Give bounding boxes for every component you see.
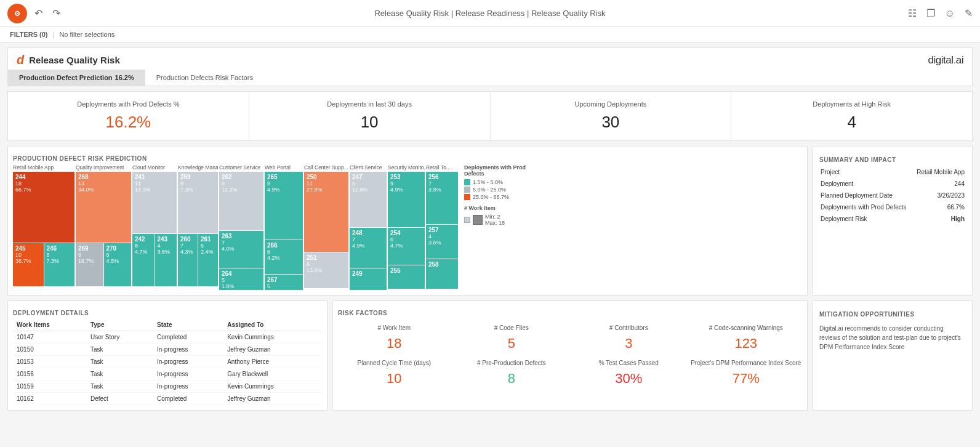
treemap-cell[interactable]: 24343.6% bbox=[155, 234, 177, 286]
treemap-cell[interactable]: 27064.8% bbox=[104, 243, 132, 286]
col-assigned: Assigned To bbox=[223, 319, 322, 331]
treemap-cell[interactable]: 2451038.7% bbox=[13, 243, 44, 286]
treemap-cell[interactable]: 25394.9% bbox=[388, 172, 425, 227]
work-item-legend-title: # Work Item bbox=[464, 205, 544, 211]
kpi-upcoming: Upcoming Deployments 30 bbox=[491, 92, 732, 140]
treemap-cell[interactable]: 2501127.8% bbox=[304, 172, 348, 252]
kpi-value-2: 30 bbox=[497, 113, 725, 132]
summary-label: Deployment Risk bbox=[821, 214, 912, 224]
risk-factors-section: RISK FACTORS # Work Item 18 # Code Files… bbox=[332, 300, 808, 411]
treemap-cell[interactable]: 25673.8% bbox=[426, 172, 458, 224]
rf-label-4: Planned Cycle Time (days) bbox=[338, 359, 451, 367]
treemap-cell[interactable]: 25464.7% bbox=[388, 228, 425, 265]
treemap-cell[interactable]: 25997.3% bbox=[178, 172, 218, 233]
treemap-cell[interactable]: 25743.6% bbox=[426, 225, 458, 259]
treemap-cell[interactable]: 26664.2% bbox=[265, 240, 303, 274]
page-title: Release Quality Risk | Release Readiness… bbox=[374, 9, 605, 18]
summary-risk-value: High bbox=[914, 214, 965, 224]
table-row[interactable]: 10156 Task In-progress Gary Blackwell bbox=[13, 368, 322, 381]
summary-label: Deployment bbox=[821, 179, 912, 189]
dashboard-title: Release Quality Risk bbox=[29, 55, 120, 65]
treemap-cell[interactable]: 2411113.3% bbox=[132, 172, 177, 233]
summary-value: Retail Mobile App bbox=[914, 167, 965, 177]
rf-label-0: # Work Item bbox=[338, 324, 451, 332]
treemap-cell[interactable]: 2441866.7% bbox=[13, 172, 74, 243]
filter-label[interactable]: FILTERS (0) bbox=[10, 31, 48, 38]
treemap-cell[interactable]: 2681334.0% bbox=[76, 172, 131, 243]
header-top: d Release Quality Risk digital.ai bbox=[8, 48, 972, 70]
cell-type: Task bbox=[87, 381, 153, 393]
legend-label-1: 1.5% - 5.0% bbox=[473, 179, 503, 185]
app-logo[interactable]: ⚙ bbox=[7, 4, 27, 23]
legend-title: Deployments with Prod Defects bbox=[464, 164, 544, 177]
digital-ai-logo: digital.ai bbox=[928, 54, 963, 66]
work-item-scale: Min: 2 Max: 18 bbox=[464, 214, 544, 226]
treemap-col-1: Retail Mobile App 2441866.7% 2451038.7% … bbox=[13, 164, 74, 286]
table-row[interactable]: 10159 Task In-progress Kevin Cummings bbox=[13, 381, 322, 393]
cell-state: In-progress bbox=[153, 381, 223, 393]
legend-label-3: 25.0% - 66.7% bbox=[473, 194, 509, 200]
mitigation-text: Digital.ai recommends to consider conduc… bbox=[819, 324, 966, 352]
rf-label-7: Project's DPM Performance Index Score bbox=[690, 359, 803, 367]
treemap-section: PRODUCTION DEFECT RISK PREDICTION Retail… bbox=[7, 146, 808, 296]
treemap-col-header-3: Cloud Monitor bbox=[132, 164, 177, 171]
treemap-cell[interactable]: 249 bbox=[350, 268, 387, 290]
table-row[interactable]: 10147 User Story Completed Kevin Cumming… bbox=[13, 331, 322, 344]
summary-label: Planned Deployment Date bbox=[821, 190, 912, 201]
kpi-row: Deployments with Prod Defects % 16.2% De… bbox=[7, 91, 973, 141]
treemap-col-5: Customer Service 262812.2% 26374.0% 2645… bbox=[219, 164, 263, 290]
table-row[interactable]: 10150 Task In-progress Jeffrey Guzman bbox=[13, 344, 322, 356]
treemap-cell[interactable]: 247812.8% bbox=[350, 172, 387, 227]
treemap-cell[interactable]: 269916.7% bbox=[76, 243, 103, 286]
filter-status: No filter selections bbox=[59, 31, 114, 38]
treemap-cell[interactable]: 251613.2% bbox=[304, 252, 348, 288]
treemap-cell[interactable]: 26584.9% bbox=[265, 172, 303, 240]
cell-type: Task bbox=[87, 344, 153, 356]
rf-value-7: 77% bbox=[690, 371, 803, 387]
tab-production-defect[interactable]: Production Defect Prediction16.2% bbox=[8, 70, 145, 86]
treemap-col-header-4: Knowledge Manag... bbox=[178, 164, 218, 171]
deployment-details-section: DEPLOYMENT DETAILS Work Items Type State… bbox=[7, 300, 327, 411]
rf-label-2: # Contributors bbox=[572, 324, 685, 332]
redo-icon[interactable]: ↷ bbox=[52, 7, 60, 19]
cell-state: In-progress bbox=[153, 356, 223, 368]
treemap-col-header-9: Security Monito... bbox=[388, 164, 425, 171]
legend-item-2: 5.0% - 25.0% bbox=[464, 187, 544, 193]
cell-assigned: Jeffrey Guzman bbox=[223, 393, 322, 405]
treemap-cell[interactable]: 24874.9% bbox=[350, 228, 387, 268]
tab-risk-factors[interactable]: Production Defects Risk Factors bbox=[145, 70, 264, 86]
table-row[interactable]: 10153 Task In-progress Anthony Pierce bbox=[13, 356, 322, 368]
summary-value: 244 bbox=[914, 179, 965, 189]
treemap-visual: Retail Mobile App 2441866.7% 2451038.7% … bbox=[13, 164, 802, 290]
cell-type: Task bbox=[87, 356, 153, 368]
rf-value-1: 5 bbox=[456, 336, 568, 352]
export-icon[interactable]: ❐ bbox=[926, 7, 935, 19]
user-icon[interactable]: ☺ bbox=[945, 8, 955, 19]
treemap-cell[interactable]: 26451.8% bbox=[219, 268, 263, 290]
edit-icon[interactable]: ✎ bbox=[965, 7, 973, 19]
treemap-col-header-2: Quality Improvement bbox=[76, 164, 131, 171]
treemap-col-header-10: Retail To... bbox=[426, 164, 458, 171]
undo-icon[interactable]: ↶ bbox=[34, 7, 42, 19]
legend-item-1: 1.5% - 5.0% bbox=[464, 179, 544, 185]
table-row[interactable]: 10162 Defect Completed Jeffrey Guzman bbox=[13, 393, 322, 405]
treemap-cell[interactable]: 255 bbox=[388, 265, 425, 289]
treemap-cell[interactable]: 258 bbox=[426, 259, 458, 289]
col-state: State bbox=[153, 319, 223, 331]
treemap-cell[interactable]: 24667.3% bbox=[44, 243, 75, 286]
kpi-label-1: Deployments in last 30 days bbox=[255, 100, 484, 108]
treemap-col-8: Client Service 247812.8% 24874.9% 249 bbox=[350, 164, 387, 290]
treemap-cell[interactable]: 26152.4% bbox=[198, 234, 218, 286]
rf-value-2: 3 bbox=[572, 336, 685, 352]
treemap-cell[interactable]: 26374.0% bbox=[219, 231, 263, 268]
summary-value: 66.7% bbox=[914, 202, 965, 212]
treemap-cell[interactable]: 26751.8% bbox=[265, 275, 303, 290]
treemap-cell[interactable]: 262812.2% bbox=[219, 172, 263, 230]
filter-icon[interactable]: ☷ bbox=[908, 7, 917, 19]
treemap-cell[interactable]: 24284.7% bbox=[132, 234, 155, 286]
treemap-col-header-7: Call Center Supp... bbox=[304, 164, 348, 171]
summary-label: Deployments with Prod Defects bbox=[821, 202, 912, 212]
cell-work-item: 10147 bbox=[13, 331, 87, 344]
cell-assigned: Kevin Cummings bbox=[223, 381, 322, 393]
treemap-cell[interactable]: 26074.3% bbox=[178, 234, 198, 286]
